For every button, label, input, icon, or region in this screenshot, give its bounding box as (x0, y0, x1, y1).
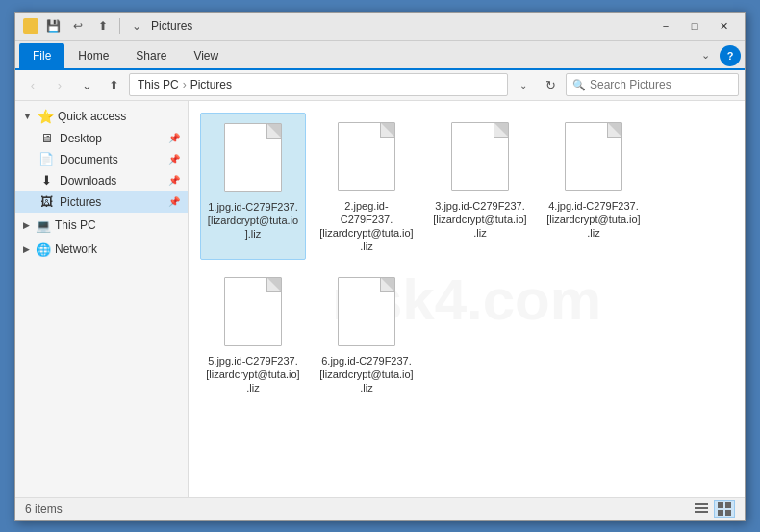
tab-file[interactable]: File (19, 43, 64, 68)
network-label: Network (55, 242, 97, 256)
ribbon-chevron-btn[interactable]: ⌄ (695, 45, 716, 66)
ribbon-tabs: File Home Share View ⌄ ? (15, 41, 745, 70)
title-bar: 💾 ↩ ⬆ ⌄ Pictures − □ ✕ (15, 13, 745, 41)
address-path[interactable]: This PC › Pictures (129, 73, 508, 96)
qa-down-btn[interactable]: ⌄ (126, 15, 147, 37)
file-area: risk4.com 1.jpg.id-C279F237.[lizardcrypt… (189, 101, 745, 497)
pin-icon-documents: 📌 (168, 154, 180, 165)
close-button[interactable]: ✕ (710, 16, 737, 36)
help-button[interactable]: ? (720, 45, 741, 66)
svg-rect-3 (695, 507, 708, 509)
sidebar-header-quick-access[interactable]: ▼ ⭐ Quick access (15, 105, 188, 128)
dropdown-history-button[interactable]: ⌄ (75, 73, 98, 96)
file-label-2: 2.jpeg.id-C279F237.[lizardcrypt@tuta.io]… (319, 199, 414, 254)
qa-undo-btn[interactable]: ↩ (67, 15, 89, 37)
svg-rect-0 (25, 23, 37, 31)
pictures-label: Pictures (60, 195, 101, 209)
quick-access-star-icon: ⭐ (38, 109, 54, 124)
file-item-1[interactable]: 1.jpg.id-C279F237.[lizardcrypt@tuta.io].… (200, 113, 306, 260)
sidebar-item-pictures[interactable]: 🖼 Pictures 📌 (15, 191, 188, 213)
file-item-3[interactable]: 3.jpg.id-C279F237.[lizardcrypt@tuta.io].… (427, 113, 533, 260)
tab-view[interactable]: View (180, 43, 232, 68)
svg-rect-4 (695, 511, 708, 513)
path-dropdown-btn[interactable]: ⌄ (512, 73, 535, 96)
up-button[interactable]: ⬆ (102, 73, 125, 96)
file-icon-5 (219, 273, 287, 350)
ribbon-right: ⌄ ? (695, 45, 741, 68)
search-icon: 🔍 (572, 79, 586, 91)
svg-rect-6 (725, 502, 731, 508)
refresh-button[interactable]: ↻ (539, 73, 562, 96)
view-grid-button[interactable] (714, 500, 735, 518)
qa-save-btn[interactable]: 💾 (42, 15, 63, 37)
file-label-5: 5.jpg.id-C279F237.[lizardcrypt@tuta.io].… (206, 354, 300, 395)
file-grid: 1.jpg.id-C279F237.[lizardcrypt@tuta.io].… (196, 109, 737, 405)
file-item-2[interactable]: 2.jpeg.id-C279F237.[lizardcrypt@tuta.io]… (314, 113, 419, 260)
file-icon-6 (333, 273, 400, 350)
back-button[interactable]: ‹ (21, 73, 44, 96)
file-icon-4 (560, 118, 627, 195)
sidebar-item-desktop[interactable]: 🖥 Desktop 📌 (15, 128, 188, 149)
search-box[interactable]: 🔍 (566, 73, 739, 96)
documents-icon: 📄 (38, 152, 54, 167)
file-label-1: 1.jpg.id-C279F237.[lizardcrypt@tuta.io].… (207, 200, 299, 241)
sidebar-header-network[interactable]: ▶ 🌐 Network (15, 239, 188, 261)
title-bar-left: 💾 ↩ ⬆ ⌄ Pictures (23, 15, 652, 37)
sidebar-section-network: ▶ 🌐 Network (15, 239, 188, 261)
view-list-button[interactable] (691, 500, 712, 518)
path-sep-1: › (183, 78, 187, 91)
path-thispc: This PC (138, 78, 179, 91)
file-label-4: 4.jpg.id-C279F237.[lizardcrypt@tuta.io].… (546, 199, 641, 241)
title-bar-controls: − □ ✕ (652, 16, 737, 36)
chevron-right-icon-thispc: ▶ (23, 220, 30, 230)
tab-home[interactable]: Home (64, 43, 122, 68)
tab-share[interactable]: Share (122, 43, 180, 68)
maximize-button[interactable]: □ (681, 16, 708, 36)
desktop-label: Desktop (60, 132, 102, 145)
minimize-button[interactable]: − (652, 16, 679, 36)
file-page-3 (451, 122, 509, 191)
file-label-6: 6.jpg.id-C279F237.[lizardcrypt@tuta.io].… (319, 354, 414, 395)
pin-icon-pictures: 📌 (168, 196, 180, 207)
sidebar-header-thispc[interactable]: ▶ 💻 This PC (15, 215, 188, 237)
qa-up-btn[interactable]: ⬆ (92, 15, 114, 37)
sidebar-section-thispc: ▶ 💻 This PC (15, 215, 188, 237)
address-bar: ‹ › ⌄ ⬆ This PC › Pictures ⌄ ↻ 🔍 (15, 70, 745, 101)
file-icon-1 (219, 119, 287, 196)
thispc-icon: 💻 (36, 218, 51, 233)
svg-rect-2 (695, 503, 708, 505)
svg-rect-5 (718, 502, 723, 508)
file-page-2 (338, 122, 395, 191)
downloads-icon: ⬇ (38, 173, 54, 189)
file-icon-2 (333, 118, 400, 195)
network-icon: 🌐 (36, 242, 51, 257)
chevron-right-icon-network: ▶ (23, 244, 30, 254)
sidebar: ▼ ⭐ Quick access 🖥 Desktop 📌 📄 Documents… (15, 101, 189, 497)
svg-rect-1 (25, 21, 30, 24)
path-pictures: Pictures (190, 78, 232, 91)
desktop-icon: 🖥 (38, 131, 54, 146)
svg-rect-7 (718, 510, 723, 516)
file-page-1 (224, 123, 282, 192)
pictures-icon: 🖼 (38, 194, 54, 210)
view-icons (691, 500, 735, 518)
sidebar-item-downloads[interactable]: ⬇ Downloads 📌 (15, 170, 188, 191)
status-item-count: 6 items (25, 502, 691, 516)
file-item-6[interactable]: 6.jpg.id-C279F237.[lizardcrypt@tuta.io].… (314, 267, 419, 401)
thispc-label: This PC (55, 218, 96, 232)
file-item-4[interactable]: 4.jpg.id-C279F237.[lizardcrypt@tuta.io].… (541, 113, 646, 260)
file-item-5[interactable]: 5.jpg.id-C279F237.[lizardcrypt@tuta.io].… (200, 267, 306, 401)
documents-label: Documents (60, 153, 118, 166)
window: 💾 ↩ ⬆ ⌄ Pictures − □ ✕ File Home Share V… (14, 12, 746, 521)
sidebar-section-quick-access: ▼ ⭐ Quick access 🖥 Desktop 📌 📄 Documents… (15, 105, 188, 213)
search-input[interactable] (590, 78, 734, 91)
forward-button[interactable]: › (48, 73, 71, 96)
downloads-label: Downloads (60, 174, 116, 188)
pin-icon-desktop: 📌 (168, 133, 180, 143)
file-page-6 (338, 277, 395, 346)
sidebar-item-documents[interactable]: 📄 Documents 📌 (15, 149, 188, 170)
main-area: ▼ ⭐ Quick access 🖥 Desktop 📌 📄 Documents… (15, 101, 745, 497)
svg-rect-8 (725, 510, 731, 516)
status-bar: 6 items (15, 497, 745, 520)
file-page-5 (224, 277, 282, 346)
